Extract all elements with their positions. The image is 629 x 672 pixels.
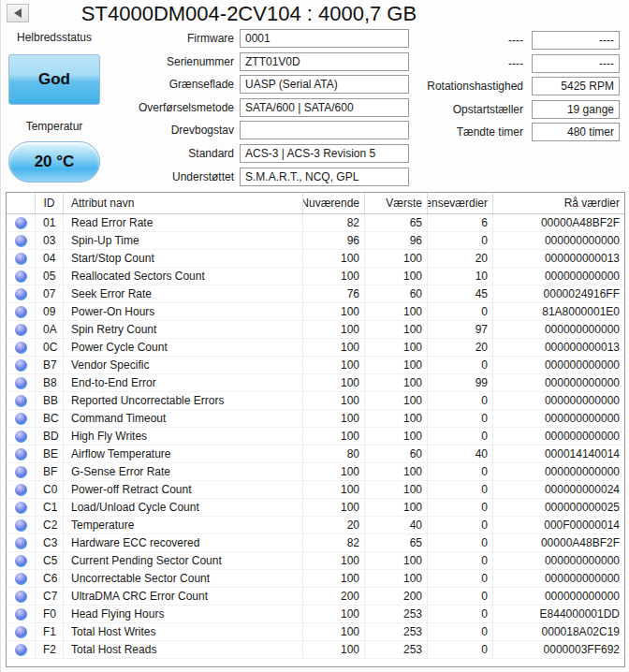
attribute-worst: 65 — [365, 214, 428, 231]
table-row[interactable]: BEAirflow Temperature806040000014140014 — [7, 446, 624, 463]
attribute-name: Seek Error Rate — [64, 285, 303, 302]
attribute-current: 100 — [303, 321, 365, 338]
info-field-row: Drevbogstav — [1, 121, 413, 139]
table-row[interactable]: F0Head Flying Hours1002530E844000001DD — [7, 606, 624, 623]
attribute-raw-value: 000000000000 — [493, 321, 624, 338]
attribute-threshold: 0 — [428, 517, 493, 533]
status-good-icon — [15, 253, 27, 265]
attribute-worst: 200 — [365, 588, 428, 605]
attribute-raw-value: 000000000024 — [493, 481, 624, 498]
attribute-raw-value: 000000000000 — [493, 552, 624, 569]
table-row[interactable]: BDHigh Fly Writes1001000000000000000 — [7, 428, 624, 446]
info-field-value[interactable]: 480 timer — [532, 123, 620, 141]
info-field-value[interactable] — [240, 121, 409, 139]
info-field-label: ---- — [403, 54, 527, 73]
attribute-worst: 60 — [365, 446, 428, 462]
attribute-id: 0C — [36, 339, 64, 356]
table-header: ID Attribut navn Nuværende Værste ænsevæ… — [7, 193, 624, 214]
info-field-label: Drevbogstav — [1, 121, 237, 139]
attribute-name: End-to-End Error — [64, 374, 303, 391]
table-row[interactable]: 03Spin-Up Time96960000000000000 — [7, 232, 624, 250]
attribute-current: 100 — [303, 268, 365, 285]
attribute-worst: 100 — [365, 552, 428, 569]
info-field-value[interactable]: ZTT01V0D — [240, 52, 409, 71]
attribute-id: B8 — [36, 374, 64, 391]
table-row[interactable]: C2Temperature20400000F00000014 — [7, 517, 624, 534]
attribute-name: Power-On Hours — [64, 303, 303, 320]
table-row[interactable]: C0Power-off Retract Count100100000000000… — [7, 481, 624, 499]
column-header-raw-values[interactable]: Rå værdier — [493, 193, 624, 213]
table-row[interactable]: 09Power-On Hours100100081A8000001E0 — [7, 303, 624, 321]
table-row[interactable]: 05Reallocated Sectors Count1001001000000… — [7, 268, 624, 285]
attribute-id: F1 — [36, 623, 64, 640]
attribute-name: Airflow Temperature — [64, 446, 303, 462]
table-row[interactable]: C6Uncorrectable Sector Count100100000000… — [7, 570, 624, 588]
info-field-value[interactable]: SATA/600 | SATA/600 — [240, 98, 409, 117]
table-row[interactable]: C3Hardware ECC recovered8265000000A48BF2… — [7, 534, 624, 552]
info-field-value[interactable]: 5425 RPM — [532, 77, 620, 95]
table-row[interactable]: 07Seek Error Rate7660450000024916FF — [7, 285, 624, 303]
status-cell — [7, 534, 36, 551]
table-row[interactable]: BBReported Uncorrectable Errors100100000… — [7, 392, 624, 410]
table-row[interactable]: C5Current Pending Sector Count1001000000… — [7, 552, 624, 570]
attribute-name: Reallocated Sectors Count — [64, 268, 303, 285]
info-field-value[interactable]: ---- — [532, 31, 620, 50]
column-header-threshold[interactable]: ænseværdier — [428, 193, 493, 213]
table-row[interactable]: F1Total Host Writes1002530000018A02C19 — [7, 623, 624, 641]
status-cell — [7, 232, 36, 249]
status-cell — [7, 339, 36, 356]
attribute-raw-value: 000000000000 — [493, 357, 624, 373]
smart-attribute-table: ID Attribut navn Nuværende Værste ænsevæ… — [6, 192, 625, 667]
info-field-row: Opstartstæller19 gange — [403, 100, 629, 119]
attribute-worst: 100 — [365, 410, 428, 427]
table-row[interactable]: BFG-Sense Error Rate1001000000000000000 — [7, 463, 624, 481]
status-good-icon — [15, 217, 27, 229]
table-row[interactable]: C7UltraDMA CRC Error Count20020000000000… — [7, 588, 624, 606]
column-header-attribute-name[interactable]: Attribut navn — [64, 193, 303, 213]
attribute-raw-value: 000F00000014 — [493, 517, 624, 533]
attribute-threshold: 40 — [428, 446, 493, 462]
status-good-icon — [15, 591, 27, 603]
table-row[interactable]: B7Vendor Specific1001000000000000000 — [7, 357, 624, 374]
attribute-threshold: 0 — [428, 499, 493, 516]
attribute-threshold: 0 — [428, 641, 493, 658]
info-field-value[interactable]: ---- — [532, 54, 620, 73]
info-field-label: Grænseflade — [1, 75, 237, 94]
info-field-row: SerienummerZTT01V0D — [1, 52, 413, 71]
table-row[interactable]: 01Read Error Rate8265600000A48BF2F — [7, 214, 624, 232]
attribute-threshold: 0 — [428, 392, 493, 409]
attribute-worst: 253 — [365, 606, 428, 622]
attribute-raw-value: 000014140014 — [493, 446, 624, 462]
attribute-worst: 253 — [365, 641, 428, 658]
info-field-value[interactable]: ACS-3 | ACS-3 Revision 5 — [240, 144, 409, 163]
column-header-id[interactable]: ID — [36, 193, 64, 213]
info-field-value[interactable]: 19 gange — [532, 100, 620, 119]
attribute-current: 100 — [303, 552, 365, 569]
attribute-worst: 100 — [365, 321, 428, 338]
info-field-value[interactable]: UASP (Serial ATA) — [240, 75, 409, 94]
attribute-threshold: 0 — [428, 570, 493, 587]
table-row[interactable]: F2Total Host Reads10025300000003FF692 — [7, 641, 624, 659]
attribute-name: Spin-Up Time — [64, 232, 303, 249]
table-row[interactable]: 0ASpin Retry Count10010097000000000000 — [7, 321, 624, 339]
column-header-status — [7, 193, 36, 213]
column-header-current[interactable]: Nuværende — [303, 193, 365, 213]
table-row[interactable]: BCCommand Timeout1001000000000000000 — [7, 410, 624, 428]
attribute-worst: 65 — [365, 534, 428, 551]
attribute-name: Head Flying Hours — [64, 606, 303, 622]
info-field-label: Standard — [1, 144, 237, 163]
status-good-icon — [15, 448, 27, 460]
attribute-raw-value: 000018A02C19 — [493, 623, 624, 640]
info-field-value[interactable]: 0001 — [240, 29, 409, 48]
info-field-value[interactable]: S.M.A.R.T., NCQ, GPL — [240, 168, 409, 186]
attribute-threshold: 6 — [428, 214, 493, 231]
attribute-id: 09 — [36, 303, 64, 320]
table-row[interactable]: 04Start/Stop Count10010020000000000013 — [7, 250, 624, 268]
attribute-name: Temperature — [64, 517, 303, 533]
table-row[interactable]: C1Load/Unload Cycle Count100100000000000… — [7, 499, 624, 517]
attribute-worst: 100 — [365, 463, 428, 480]
column-header-worst[interactable]: Værste — [365, 193, 428, 213]
table-row[interactable]: B8End-to-End Error10010099000000000000 — [7, 374, 624, 392]
table-row[interactable]: 0CPower Cycle Count10010020000000000013 — [7, 339, 624, 357]
attribute-threshold: 0 — [428, 552, 493, 569]
